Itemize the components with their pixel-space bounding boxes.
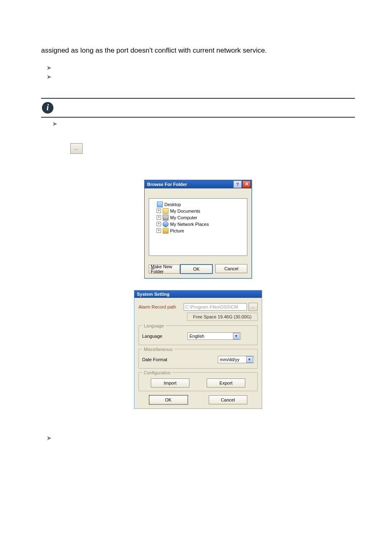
language-legend: Language — [142, 323, 166, 328]
chevron-down-icon: ▼ — [246, 356, 253, 363]
language-value: English — [189, 334, 204, 339]
alarm-record-path-label: Alarm Record path — [138, 304, 184, 309]
bullet-list-1: ➤ ➤ — [45, 63, 355, 81]
alarm-record-path-row: Alarm Record path C:\Program Files\DSS\C… — [138, 303, 258, 311]
tree-label: My Documents — [170, 209, 200, 214]
tree-row-desktop[interactable]: Desktop — [151, 201, 245, 208]
tree-label: My Network Places — [170, 222, 209, 227]
divider — [41, 98, 355, 99]
intro-paragraph: assigned as long as the port doesn't con… — [41, 45, 355, 56]
desktop-icon — [157, 202, 163, 207]
cancel-button[interactable]: Cancel — [215, 264, 247, 273]
free-space-display: Free Space 19.46G (30.00G) — [187, 313, 258, 321]
miscellaneous-group: Miscellaneous Date Format mm/dd/yy ▼ — [138, 347, 258, 369]
dialog-footer: Make New Folder OK Cancel — [145, 260, 251, 278]
tree-label: My Computer — [170, 215, 197, 220]
network-icon — [163, 221, 168, 227]
arrow-bullet-icon: ➤ — [45, 64, 53, 72]
divider — [41, 117, 355, 118]
configuration-legend: Configuration — [142, 370, 172, 375]
folder-icon — [163, 228, 168, 234]
expand-icon[interactable]: + — [157, 228, 161, 233]
configuration-group: Configuration Import Export — [138, 370, 258, 391]
inline-button-row: … — [64, 143, 355, 154]
tree-label: Picture — [170, 228, 184, 233]
browse-button-inline[interactable]: … — [70, 143, 83, 154]
miscellaneous-legend: Miscellaneous — [142, 347, 174, 352]
language-group: Language Language English ▼ — [138, 323, 258, 345]
bullet-row: ➤ — [45, 63, 355, 72]
tree-row-computer[interactable]: + My Computer — [157, 214, 245, 221]
inline-text-before — [64, 143, 66, 154]
date-format-value: mm/dd/yy — [220, 357, 240, 362]
tree-label: Desktop — [164, 202, 181, 207]
bullet-row: ➤ — [45, 72, 355, 81]
folder-icon — [163, 208, 168, 214]
make-new-folder-button[interactable]: Make New Folder — [149, 265, 180, 274]
cancel-button[interactable]: Cancel — [209, 395, 247, 404]
system-setting-panel: System Setting Alarm Record path C:\Prog… — [134, 290, 262, 409]
export-button[interactable]: Export — [207, 378, 245, 388]
tree-row-network[interactable]: + My Network Places — [157, 221, 245, 227]
browse-button[interactable]: … — [249, 303, 258, 311]
expand-icon[interactable]: + — [157, 222, 161, 226]
dialog-body: Desktop + My Documents + My Computer + — [145, 188, 251, 260]
dialog-titlebar: Browse For Folder ? ✕ — [145, 180, 251, 188]
indented-paragraph — [64, 130, 355, 141]
date-format-select[interactable]: mm/dd/yy ▼ — [218, 356, 254, 363]
arrow-bullet-icon: ➤ — [45, 73, 53, 81]
ok-button[interactable]: OK — [180, 264, 213, 274]
inline-text-after — [87, 143, 89, 154]
panel-title: System Setting — [134, 290, 262, 298]
tree-row-documents[interactable]: + My Documents — [157, 208, 245, 214]
expand-icon[interactable]: + — [157, 209, 161, 213]
sub-bullet-row: ➤ — [51, 119, 355, 128]
ok-button[interactable]: OK — [149, 395, 188, 404]
chevron-down-icon: ▼ — [233, 333, 240, 339]
bullet-row: ➤ — [45, 434, 355, 442]
tree-row-picture[interactable]: + Picture — [157, 227, 245, 234]
arrow-bullet-icon: ➤ — [51, 120, 58, 128]
folder-tree[interactable]: Desktop + My Documents + My Computer + — [149, 198, 247, 256]
expand-icon[interactable]: + — [157, 215, 161, 220]
dialog-title: Browse For Folder — [147, 182, 233, 187]
info-callout: i — [41, 100, 355, 115]
alarm-record-path-input[interactable]: C:\Program Files\DSS\CM — [184, 303, 247, 311]
indented-paragraph — [64, 156, 355, 167]
browse-for-folder-dialog: Browse For Folder ? ✕ Desktop + My Docum… — [144, 180, 252, 278]
language-label: Language — [142, 334, 187, 339]
close-icon[interactable]: ✕ — [242, 181, 251, 188]
import-button[interactable]: Import — [151, 378, 189, 388]
help-icon[interactable]: ? — [233, 181, 242, 188]
language-select[interactable]: English ▼ — [187, 332, 241, 340]
arrow-bullet-icon: ➤ — [45, 434, 53, 442]
info-icon: i — [42, 102, 53, 114]
document-page: assigned as long as the port doesn't con… — [0, 45, 392, 482]
date-format-label: Date Format — [142, 357, 196, 362]
footer-bullets: ➤ — [41, 434, 355, 442]
computer-icon — [163, 215, 168, 220]
